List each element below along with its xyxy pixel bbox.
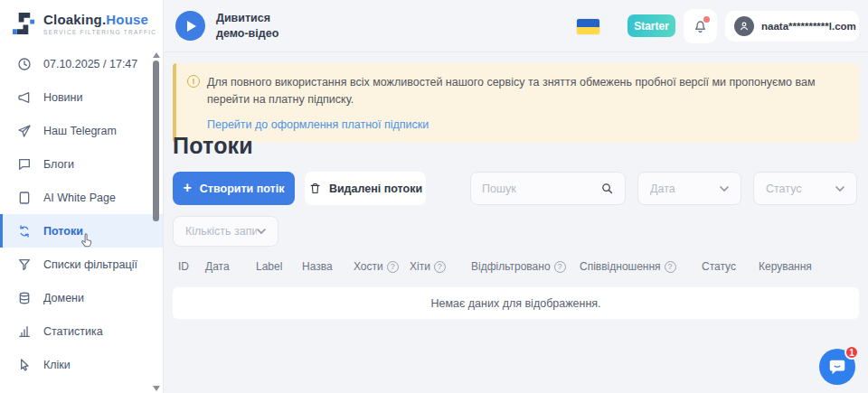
column-label: Статус	[702, 260, 736, 273]
watch-demo-label: Дивитися демо-відео	[216, 11, 297, 41]
page-title: Потоки	[173, 133, 253, 159]
column-label: Керування	[759, 260, 812, 273]
deleted-streams-label: Видалені потоки	[329, 182, 422, 195]
sidebar-item-label: Списки фільтрації	[43, 258, 137, 271]
cursor-icon	[17, 358, 32, 372]
sidebar-item-telegram[interactable]: Наш Telegram	[0, 114, 163, 147]
sidebar-item-clicks[interactable]: Кліки	[0, 348, 163, 381]
sidebar-item-statistics[interactable]: Статистика	[0, 314, 163, 348]
create-stream-label: Створити потік	[200, 182, 285, 195]
column-label: Label	[256, 260, 302, 273]
sidebar-item-label: Новини	[43, 91, 83, 104]
date-filter-label: Дата	[650, 182, 675, 195]
trial-warning-banner: ! Для повного використання всіх можливос…	[173, 63, 859, 143]
avatar	[734, 16, 754, 36]
chat-widget-button[interactable]: 1	[819, 349, 855, 385]
sidebar-item-label: Кліки	[43, 359, 71, 371]
per-page-select[interactable]: Кількість запи	[173, 216, 278, 247]
chevron-down-icon	[720, 186, 729, 192]
ukraine-flag-icon[interactable]	[577, 19, 599, 34]
empty-state-message: Немає даних для відображення.	[430, 297, 600, 310]
brand-name: Cloaking.House	[43, 12, 156, 27]
column-name: Назва	[302, 260, 354, 273]
column-label: Дата	[205, 260, 230, 273]
column-label: Співвідношення	[580, 260, 661, 273]
scrollbar-thumb[interactable]	[153, 61, 159, 221]
warning-icon: !	[187, 75, 200, 88]
brand-name-primary: Cloaking.	[43, 12, 106, 27]
plan-badge[interactable]: Starter	[627, 14, 675, 37]
main-content: ! Для повного використання всіх можливос…	[164, 52, 868, 393]
per-page-label: Кількість запи	[185, 225, 257, 238]
clock-icon	[17, 57, 32, 71]
sync-icon	[17, 224, 32, 239]
status-filter[interactable]: Статус	[753, 172, 857, 205]
megaphone-icon	[17, 90, 32, 105]
sidebar-item-news[interactable]: Новини	[0, 80, 163, 114]
column-hosts: Хости?	[354, 260, 410, 273]
column-ratio: Співвідношення?	[580, 260, 702, 273]
sidebar-item-label: Блоги	[43, 158, 74, 171]
notification-dot	[703, 16, 710, 23]
logo[interactable]: Cloaking.House SERVICE FILTERING TRAFFIC	[0, 0, 163, 44]
sidebar-item-blogs[interactable]: Блоги	[0, 147, 163, 181]
chat-bubble-icon	[17, 157, 32, 172]
table-header-row: ID Дата Label Назва Хости? Хіти? Відфіль…	[173, 260, 859, 273]
mouse-cursor-icon	[79, 232, 95, 248]
database-icon	[17, 291, 32, 305]
sidebar-datetime: 07.10.2025 / 17:47	[0, 47, 163, 80]
scrollbar-up-arrow[interactable]	[153, 52, 160, 58]
sidebar: Cloaking.House SERVICE FILTERING TRAFFIC…	[0, 0, 164, 393]
bar-chart-icon	[17, 324, 32, 339]
column-label: Назва	[302, 260, 333, 273]
sidebar-item-streams[interactable]: Потоки	[0, 214, 163, 248]
sidebar-item-label: 07.10.2025 / 17:47	[43, 58, 137, 70]
column-label: Хіти	[410, 260, 430, 273]
app-window: Cloaking.House SERVICE FILTERING TRAFFIC…	[0, 0, 868, 393]
sidebar-item-ai-white-page[interactable]: AI White Page	[0, 181, 163, 214]
sidebar-item-label: Потоки	[43, 225, 83, 238]
search-field[interactable]	[470, 172, 626, 205]
column-status: Статус	[702, 260, 759, 273]
watch-demo-button[interactable]: Дивитися демо-відео	[175, 11, 297, 41]
date-filter[interactable]: Дата	[637, 172, 741, 205]
scrollbar-down-arrow[interactable]	[153, 386, 160, 391]
sidebar-menu: 07.10.2025 / 17:47 Новини Наш Telegram Б…	[0, 47, 163, 381]
help-icon[interactable]: ?	[554, 261, 566, 273]
sidebar-item-label: Наш Telegram	[43, 125, 117, 137]
column-filtered: Відфільтровано?	[471, 260, 580, 273]
help-icon[interactable]: ?	[665, 261, 676, 273]
plus-icon: +	[184, 181, 192, 195]
chevron-down-icon	[835, 186, 844, 192]
column-label: Відфільтровано	[471, 260, 551, 273]
notifications-button[interactable]	[684, 9, 717, 43]
help-icon[interactable]: ?	[434, 261, 446, 273]
sidebar-item-filter-lists[interactable]: Списки фільтрації	[0, 248, 163, 281]
logo-icon	[12, 12, 35, 35]
help-icon[interactable]: ?	[387, 261, 399, 273]
funnel-icon	[17, 257, 32, 272]
deleted-streams-button[interactable]: Видалені потоки	[305, 172, 426, 205]
brand-tagline: SERVICE FILTERING TRAFFIC	[43, 29, 156, 35]
unread-badge: 1	[844, 345, 859, 360]
sidebar-scrollbar	[152, 52, 160, 391]
subscription-link[interactable]: Перейти до оформлення платної підписки	[207, 118, 846, 131]
column-hits: Хіти?	[410, 260, 471, 273]
create-stream-button[interactable]: + Створити потік	[173, 172, 295, 205]
banner-message: Для повного використання всіх можливосте…	[207, 74, 840, 108]
top-bar: Дивитися демо-відео Starter naata*******…	[164, 0, 868, 52]
search-input[interactable]	[482, 182, 600, 195]
sidebar-item-domains[interactable]: Домени	[0, 281, 163, 314]
user-menu[interactable]: naata**********l.com	[725, 11, 859, 42]
column-date: Дата	[205, 260, 256, 273]
play-icon	[175, 11, 205, 41]
trash-icon	[308, 182, 322, 195]
column-label: Хости	[354, 260, 383, 273]
column-id: ID	[178, 260, 205, 273]
sidebar-item-label: Домени	[43, 292, 84, 304]
brand-name-accent: House	[106, 12, 148, 27]
column-label: ID	[178, 260, 189, 273]
user-email: naata**********l.com	[761, 21, 856, 32]
column-actions: Керування	[759, 260, 812, 273]
sidebar-item-label: AI White Page	[43, 192, 116, 204]
